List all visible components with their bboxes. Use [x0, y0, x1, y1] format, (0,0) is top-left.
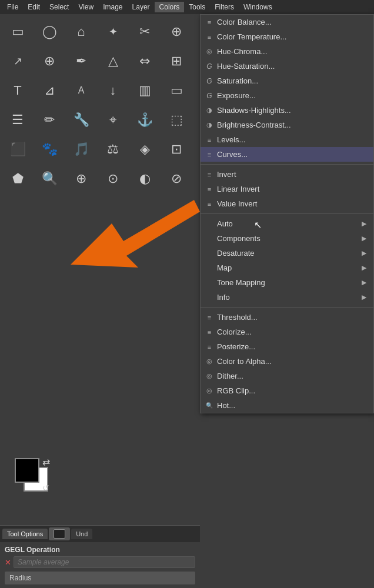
menubar-layer[interactable]: Layer: [128, 2, 155, 12]
menu-tone-mapping[interactable]: Tone Mapping ▶: [201, 275, 373, 290]
info-arrow: ▶: [362, 293, 366, 301]
exposure-icon: G: [204, 92, 215, 100]
menubar-tools[interactable]: Tools: [184, 2, 210, 12]
tool-eraser[interactable]: ⚓: [131, 106, 159, 134]
tool-pencil[interactable]: 🔧: [67, 106, 95, 134]
linear-invert-icon: ≡: [204, 186, 215, 193]
menu-auto[interactable]: Auto ▶: [201, 216, 373, 231]
menu-hot[interactable]: 🔍 Hot...: [201, 398, 373, 413]
tool-magnify[interactable]: ⊘: [162, 165, 191, 193]
tool-cage[interactable]: ⊿: [35, 76, 64, 105]
tool-fuzzy-select[interactable]: ✦: [99, 18, 127, 46]
gegl-input-row: ✕: [5, 556, 195, 568]
tool-measure[interactable]: ⊕: [67, 165, 95, 193]
menu-brightness-contrast[interactable]: ◑ Brightness-Contrast...: [201, 118, 373, 132]
tool-clone[interactable]: 🎵: [67, 135, 95, 163]
menu-hue-saturation[interactable]: G Hue-Saturation...: [201, 59, 373, 74]
colorize-icon: ≡: [204, 329, 215, 336]
menubar-image[interactable]: Image: [98, 2, 127, 12]
dither-icon: ◎: [204, 372, 215, 380]
tool-path[interactable]: ▥: [131, 76, 159, 105]
rgb-clip-icon: ◎: [204, 387, 215, 395]
menu-curves[interactable]: ≡ Curves...: [201, 147, 373, 162]
map-arrow: ▶: [362, 264, 366, 272]
shadows-highlights-icon: ◑: [204, 106, 215, 114]
menu-hue-chroma[interactable]: ◎ Hue-Chroma...: [201, 44, 373, 59]
menubar-edit[interactable]: Edit: [23, 2, 45, 12]
menu-linear-invert[interactable]: ≡ Linear Invert: [201, 182, 373, 196]
tool-warp[interactable]: A: [67, 76, 95, 105]
levels-icon: ≡: [204, 136, 215, 143]
menu-shadows-highlights[interactable]: ◑ Shadows-Highlights...: [201, 103, 373, 118]
menu-value-invert[interactable]: ≡ Value Invert: [201, 196, 373, 211]
tool-perspective-clone[interactable]: ◈: [131, 135, 159, 163]
gegl-operation-input[interactable]: [14, 556, 195, 568]
menu-exposure[interactable]: G Exposure...: [201, 88, 373, 103]
tool-mypaint[interactable]: 🐾: [35, 135, 64, 163]
tool-rect-select[interactable]: ▭: [4, 18, 32, 46]
tool-grid: ▭ ◯ ⌂ ✦ ✂ ⊕ ↗ ⊕ ✒ △ ⇔ ⊞ T ⊿ A ↓ ▥ ▭ ☰ ✏ …: [0, 14, 200, 196]
menubar-file[interactable]: File: [2, 2, 23, 12]
tool-blur[interactable]: ⊡: [162, 135, 191, 163]
tool-paintbrush[interactable]: ⌖: [99, 106, 127, 134]
menu-components[interactable]: Components ▶: [201, 231, 373, 246]
tool-align[interactable]: ↓: [99, 76, 127, 105]
menu-color-balance[interactable]: ≡ Color Balance...: [201, 15, 373, 29]
tool-transform[interactable]: ⊞: [162, 47, 191, 75]
menu-info[interactable]: Info ▶: [201, 290, 373, 305]
tool-rotate[interactable]: ⊕: [35, 47, 64, 75]
menu-dither[interactable]: ◎ Dither...: [201, 369, 373, 383]
tool-text[interactable]: ▭: [162, 76, 191, 105]
menu-rgb-clip[interactable]: ◎ RGB Clip...: [201, 383, 373, 398]
tool-scale[interactable]: ✒: [67, 47, 95, 75]
menu-threshold[interactable]: ≡ Threshold...: [201, 310, 373, 325]
tool-airbrush[interactable]: ⬚: [162, 106, 191, 134]
menubar-colors[interactable]: Colors: [155, 2, 185, 12]
menu-saturation[interactable]: G Saturation...: [201, 74, 373, 88]
images-tab-icon[interactable]: [49, 527, 70, 540]
menubar-windows[interactable]: Windows: [239, 2, 277, 12]
gegl-clear-icon[interactable]: ✕: [5, 558, 11, 567]
menubar-view[interactable]: View: [74, 2, 98, 12]
tool-heal[interactable]: ⚖: [99, 135, 127, 163]
colors-dropdown-menu: ≡ Color Balance... ≡ Color Temperature..…: [200, 14, 374, 413]
value-invert-icon: ≡: [204, 201, 215, 208]
color-to-alpha-icon: ◎: [204, 358, 215, 365]
menu-colorize[interactable]: ≡ Colorize...: [201, 325, 373, 339]
menu-desaturate[interactable]: Desaturate ▶: [201, 246, 373, 260]
tool-free-select[interactable]: ⌂: [67, 18, 95, 46]
reset-colors-icon[interactable]: ↺: [42, 483, 49, 493]
tool-tabs: Tool Options Und: [0, 526, 200, 542]
menu-posterize[interactable]: ≡ Posterize...: [201, 339, 373, 354]
tool-crop[interactable]: ↗: [4, 47, 32, 75]
menu-color-to-alpha[interactable]: ◎ Color to Alpha...: [201, 354, 373, 369]
curves-icon: ≡: [204, 151, 215, 158]
tool-perspective[interactable]: ⇔: [131, 47, 159, 75]
tool-zoom[interactable]: ⊙: [99, 165, 127, 193]
hue-saturation-icon: G: [204, 62, 215, 71]
tool-scissors[interactable]: ✂: [131, 18, 159, 46]
menu-color-temperature[interactable]: ≡ Color Temperature...: [201, 29, 373, 44]
tool-dodge[interactable]: ⬟: [4, 165, 32, 193]
menubar-filters[interactable]: Filters: [210, 2, 239, 12]
auto-arrow: ▶: [362, 220, 366, 228]
tool-bucket[interactable]: ☰: [4, 106, 32, 134]
menubar-select[interactable]: Select: [45, 2, 74, 12]
tool-blend[interactable]: ✏: [35, 106, 64, 134]
tool-color-picker[interactable]: ◐: [131, 165, 159, 193]
tool-smudge[interactable]: 🔍: [35, 165, 64, 193]
menu-invert[interactable]: ≡ Invert: [201, 167, 373, 182]
toolbox: ▭ ◯ ⌂ ✦ ✂ ⊕ ↗ ⊕ ✒ △ ⇔ ⊞ T ⊿ A ↓ ▥ ▭ ☰ ✏ …: [0, 14, 200, 588]
swap-colors-icon[interactable]: ⇄: [42, 456, 50, 467]
tool-options-tab[interactable]: Tool Options: [2, 529, 48, 539]
menu-map[interactable]: Map ▶: [201, 260, 373, 275]
color-temperature-icon: ≡: [204, 34, 215, 41]
tool-ink[interactable]: ⬛: [4, 135, 32, 163]
tool-move[interactable]: ⊕: [162, 18, 191, 46]
tool-flip[interactable]: T: [4, 76, 32, 105]
foreground-color-swatch[interactable]: [15, 458, 39, 483]
menu-levels[interactable]: ≡ Levels...: [201, 132, 373, 147]
tool-ellipse-select[interactable]: ◯: [35, 18, 64, 46]
undo-tab[interactable]: Und: [71, 529, 92, 539]
tool-shear[interactable]: △: [99, 47, 127, 75]
